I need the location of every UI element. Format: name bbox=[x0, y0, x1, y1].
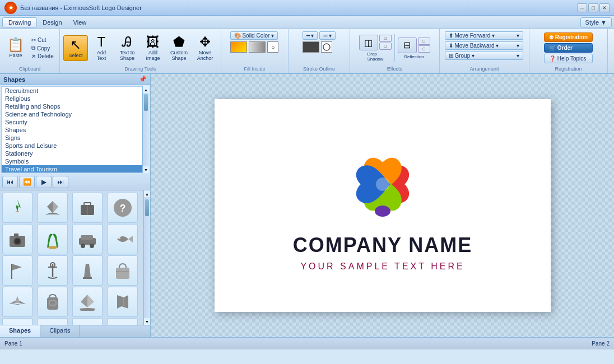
stroke-style-button[interactable]: ━ ▾ bbox=[303, 31, 318, 40]
move-backward-button[interactable]: ⬇ Move Backward ▾ ▾ bbox=[445, 41, 523, 50]
registration-group-label: Registration bbox=[555, 65, 582, 72]
add-text-icon: T bbox=[97, 35, 106, 49]
nav-play-button[interactable]: ▶ bbox=[36, 176, 52, 188]
stroke-outline-group: ━ ▾ ═ ▾ Stroke Outline bbox=[289, 29, 350, 73]
stroke-width-button[interactable]: ═ ▾ bbox=[319, 31, 336, 40]
text-to-shape-button[interactable]: Ꭿ Text toShape bbox=[115, 32, 139, 64]
nav-prev-button[interactable]: ⏪ bbox=[19, 176, 35, 188]
stroke-color-swatch[interactable] bbox=[303, 41, 319, 53]
scroll-down-btn[interactable]: ▼ bbox=[143, 166, 149, 173]
minimize-button[interactable]: ─ bbox=[577, 3, 587, 12]
shape-thumb-palms2[interactable] bbox=[108, 318, 138, 325]
style-button[interactable]: Style ▼ bbox=[580, 17, 612, 27]
menu-item-design[interactable]: Design bbox=[37, 18, 67, 27]
panel-pin-icon[interactable]: 📌 bbox=[139, 76, 147, 83]
help-topics-button[interactable]: ❓ Help Topics bbox=[544, 54, 593, 63]
shape-thumb-jeep[interactable] bbox=[72, 224, 103, 254]
fill-none-btn[interactable]: ○ bbox=[267, 41, 278, 53]
add-text-button[interactable]: T AddText bbox=[89, 32, 114, 64]
list-item-symbols[interactable]: Symbols bbox=[2, 157, 142, 165]
shape-thumb-anchor[interactable] bbox=[38, 255, 68, 286]
registration-button[interactable]: ⊛ Registration bbox=[544, 32, 593, 42]
svg-point-0 bbox=[323, 44, 330, 50]
maximize-button[interactable]: □ bbox=[588, 3, 598, 12]
shape-thumb-luggage[interactable] bbox=[38, 318, 68, 325]
select-button[interactable]: ↖ Select bbox=[63, 35, 88, 61]
logo-svg bbox=[338, 139, 427, 229]
shape-thumb-signpost[interactable] bbox=[72, 318, 103, 325]
shape-thumb-backpack[interactable] bbox=[38, 287, 68, 317]
shape-thumb-flag[interactable] bbox=[2, 255, 32, 286]
scroll-up-btn[interactable]: ▲ bbox=[143, 86, 149, 93]
solid-color-button[interactable]: 🎨 Solid Color ▾ bbox=[230, 31, 278, 40]
thumbs-scroll-thumb[interactable] bbox=[145, 199, 149, 216]
company-name: COMPANY NAME bbox=[293, 234, 473, 257]
custom-shape-button[interactable]: ⬟ CustomShape bbox=[166, 32, 192, 64]
reflection-btn[interactable]: ⊟ bbox=[398, 38, 417, 53]
list-item-shapes[interactable]: Shapes bbox=[2, 126, 142, 134]
scroll-thumb[interactable] bbox=[144, 94, 148, 111]
shape-thumb-palms[interactable] bbox=[38, 224, 68, 254]
list-scrollbar[interactable]: ▲ ▼ bbox=[142, 86, 149, 173]
thumbs-scroll-up[interactable]: ▲ bbox=[144, 190, 150, 197]
list-item-retailing[interactable]: Retailing and Shops bbox=[2, 102, 142, 110]
menu-item-view[interactable]: View bbox=[68, 18, 92, 27]
shape-thumb-sailboat2[interactable] bbox=[72, 287, 103, 317]
reflection-toggle-2[interactable]: □ bbox=[418, 45, 430, 53]
drawing-tools-group: ↖ Select T AddText Ꭿ Text toShape 🖼 AddI… bbox=[60, 29, 221, 73]
list-item-stationery[interactable]: Stationery bbox=[2, 150, 142, 157]
shape-thumb-fish[interactable] bbox=[108, 224, 138, 254]
status-bar: Pane 1 Pane 2 bbox=[0, 337, 614, 349]
move-anchor-button[interactable]: ✥ MoveAnchor bbox=[193, 32, 217, 64]
tab-shapes[interactable]: Shapes bbox=[0, 325, 40, 337]
add-image-button[interactable]: 🖼 AddImage bbox=[141, 32, 165, 64]
shape-thumb-suitcase[interactable] bbox=[72, 193, 103, 223]
stroke-circle-btn[interactable] bbox=[321, 41, 332, 53]
effects-buttons: ◫ □ □ DropShadow ⊟ □ □ bbox=[359, 31, 430, 65]
fill-gradient-swatch[interactable] bbox=[249, 41, 266, 53]
shape-thumb-camera[interactable] bbox=[2, 224, 32, 254]
list-item-science[interactable]: Science and Technology bbox=[2, 110, 142, 118]
list-item-security[interactable]: Security bbox=[2, 118, 142, 126]
delete-button[interactable]: ✕ Delete bbox=[29, 53, 56, 60]
cut-button[interactable]: ✂ Cut bbox=[29, 36, 56, 44]
design-canvas[interactable]: COMPANY NAME YOUR SAMPLE TEXT HERE bbox=[215, 99, 551, 312]
shape-thumb-monument[interactable] bbox=[72, 255, 103, 286]
reflection-top: ⊟ □ □ bbox=[398, 38, 430, 53]
move-backward-label: Move Backward ▾ bbox=[454, 43, 499, 49]
solid-color-icon: 🎨 bbox=[234, 32, 241, 39]
order-button[interactable]: 🛒 Order bbox=[544, 43, 593, 53]
nav-next-button[interactable]: ⏭ bbox=[53, 176, 68, 188]
nav-first-button[interactable]: ⏮ bbox=[2, 176, 18, 188]
shape-thumb-airplane[interactable] bbox=[2, 287, 32, 317]
thumbs-scrollbar[interactable]: ▲ ▼ bbox=[143, 190, 150, 325]
list-item-signs[interactable]: Signs bbox=[2, 134, 142, 142]
shape-thumb-question[interactable]: ? bbox=[108, 193, 138, 223]
shape-thumb-resort[interactable] bbox=[2, 318, 32, 325]
thumbs-scroll-down[interactable]: ▼ bbox=[144, 318, 150, 325]
shape-thumb-bag[interactable] bbox=[108, 255, 138, 286]
reflection-toggle-1[interactable]: □ bbox=[418, 38, 430, 45]
move-forward-button[interactable]: ⬆ Move Forward ▾ ▾ bbox=[445, 31, 523, 40]
shape-thumb-sailboat[interactable] bbox=[38, 193, 68, 223]
shape-thumb-island[interactable] bbox=[2, 193, 32, 223]
paste-button[interactable]: 📋 Paste bbox=[3, 35, 28, 61]
fill-color-swatch[interactable] bbox=[230, 41, 247, 53]
menu-item-drawing[interactable]: Drawing bbox=[2, 17, 37, 27]
list-item-religious[interactable]: Religious bbox=[2, 95, 142, 102]
custom-shape-label: CustomShape bbox=[170, 50, 188, 61]
close-button[interactable]: ✕ bbox=[599, 3, 610, 12]
title-bar-left: ★ Без названия - EximiousSoft Logo Desig… bbox=[4, 2, 142, 14]
group-button[interactable]: ⊞ Group ▾ ▾ bbox=[445, 52, 523, 60]
list-item-recruitment[interactable]: Recruitment bbox=[2, 87, 142, 95]
list-item-travel[interactable]: Travel and Tourism bbox=[2, 165, 142, 173]
thumbnails-container: ? bbox=[0, 190, 150, 325]
tab-cliparts[interactable]: Cliparts bbox=[40, 325, 80, 337]
shape-thumb-map[interactable] bbox=[108, 287, 138, 317]
drop-shadow-btn[interactable]: ◫ bbox=[359, 35, 378, 50]
copy-button[interactable]: ⧉ Copy bbox=[29, 44, 56, 52]
move-backward-icon: ⬇ bbox=[449, 43, 453, 49]
shadow-toggle-2[interactable]: □ bbox=[379, 43, 392, 50]
shadow-toggle-1[interactable]: □ bbox=[379, 35, 392, 42]
list-item-sports[interactable]: Sports and Leisure bbox=[2, 142, 142, 150]
